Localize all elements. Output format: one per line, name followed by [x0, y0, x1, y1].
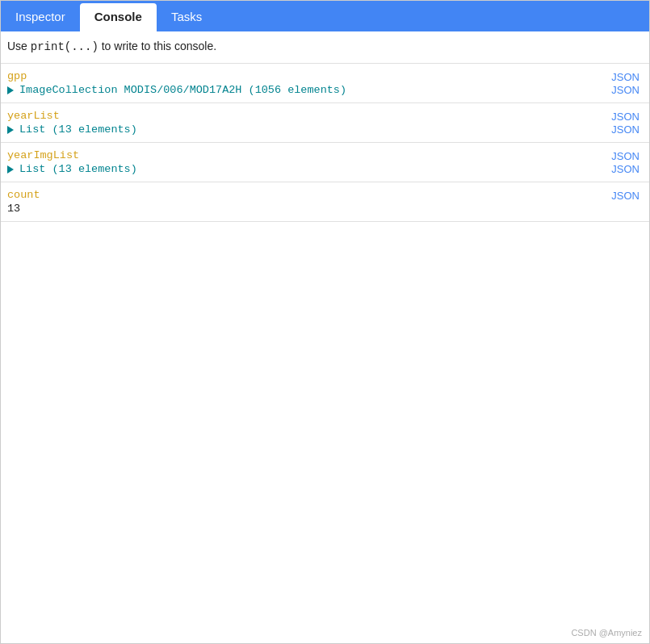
- entry-value-json-gpp[interactable]: JSON: [611, 84, 643, 96]
- entry-label-row-gpp: gppJSON: [7, 70, 643, 84]
- entry-value-yearImgList: List (13 elements): [7, 163, 137, 175]
- entry-value-row-gpp: ImageCollection MODIS/006/MOD17A2H (1056…: [7, 84, 643, 96]
- entry-label-count: count: [7, 189, 40, 201]
- entry-value-row-yearImgList: List (13 elements)JSON: [7, 163, 643, 175]
- footer-text: CSDN @Amyniez: [571, 628, 642, 638]
- intro-code: print(...): [31, 40, 99, 53]
- intro-after: to write to this console.: [99, 40, 216, 52]
- entry-value-json-yearList[interactable]: JSON: [611, 123, 643, 136]
- entry-label-gpp: gpp: [7, 70, 27, 82]
- entry-label-json-gpp[interactable]: JSON: [611, 71, 643, 83]
- expand-icon-yearImgList[interactable]: [7, 165, 14, 174]
- entry-value-gpp: ImageCollection MODIS/006/MOD17A2H (1056…: [7, 84, 346, 96]
- entry-label-json-count[interactable]: JSON: [611, 190, 643, 202]
- entry-value-yearList: List (13 elements): [7, 123, 137, 136]
- entry-value-json-yearImgList[interactable]: JSON: [611, 163, 643, 175]
- intro-before: Use: [7, 40, 31, 52]
- entry-label-yearImgList: yearImgList: [7, 149, 79, 161]
- entry-count: countJSON13: [1, 182, 649, 222]
- entry-label-yearList: yearList: [7, 110, 60, 122]
- entry-label-json-yearList[interactable]: JSON: [611, 111, 643, 123]
- expand-icon-gpp[interactable]: [7, 86, 14, 94]
- entry-gpp: gppJSONImageCollection MODIS/006/MOD17A2…: [1, 64, 649, 103]
- entry-yearList: yearListJSONList (13 elements)JSON: [1, 103, 649, 143]
- entry-value-count: 13: [7, 203, 20, 215]
- entry-value-row-yearList: List (13 elements)JSON: [7, 123, 643, 136]
- entry-label-row-yearImgList: yearImgListJSON: [7, 149, 643, 163]
- entries-container: gppJSONImageCollection MODIS/006/MOD17A2…: [1, 64, 649, 222]
- entry-label-json-yearImgList[interactable]: JSON: [611, 150, 643, 162]
- entry-label-row-count: countJSON: [7, 189, 643, 203]
- tab-inspector[interactable]: Inspector: [1, 1, 80, 31]
- entry-value-row-count: 13: [7, 203, 643, 215]
- entry-yearImgList: yearImgListJSONList (13 elements)JSON: [1, 143, 649, 182]
- footer: CSDN @Amyniez: [571, 628, 642, 638]
- tab-tasks[interactable]: Tasks: [157, 1, 216, 31]
- tab-console[interactable]: Console: [80, 3, 157, 31]
- tab-bar: InspectorConsoleTasks: [1, 1, 649, 31]
- expand-icon-yearList[interactable]: [7, 126, 14, 134]
- entry-label-row-yearList: yearListJSON: [7, 110, 643, 123]
- console-intro: Use print(...) to write to this console.: [1, 31, 649, 64]
